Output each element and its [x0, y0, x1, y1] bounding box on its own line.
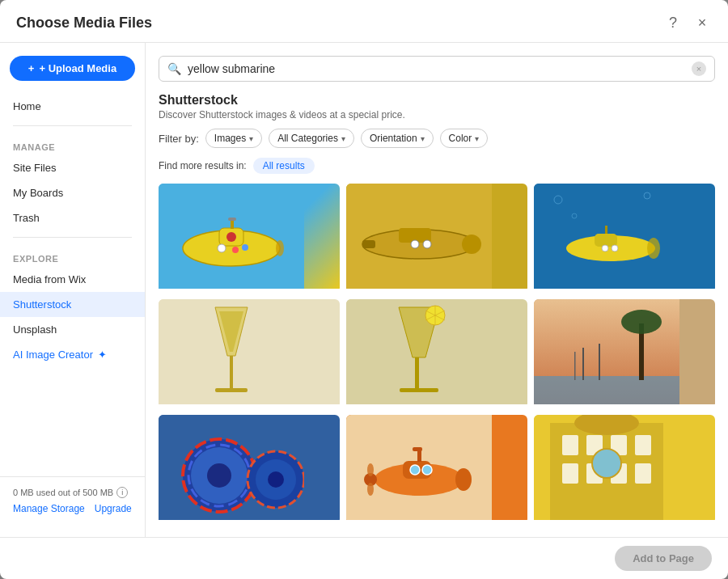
- filter-orientation[interactable]: Orientation ▾: [361, 129, 434, 148]
- my-boards-label: My Boards: [13, 187, 63, 199]
- upload-plus-icon: +: [28, 62, 35, 74]
- svg-rect-9: [228, 218, 236, 221]
- svg-point-62: [410, 465, 420, 475]
- sidebar-item-home[interactable]: Home: [0, 94, 145, 119]
- close-icon: ×: [698, 15, 707, 32]
- svg-point-45: [621, 310, 662, 334]
- svg-point-52: [207, 463, 231, 488]
- help-button[interactable]: ?: [663, 13, 683, 32]
- filter-label: Filter by:: [159, 133, 199, 145]
- filter-type[interactable]: Images ▾: [205, 129, 262, 148]
- info-icon[interactable]: i: [116, 487, 128, 498]
- svg-point-5: [218, 244, 226, 252]
- close-button[interactable]: ×: [692, 13, 712, 32]
- manage-storage-link[interactable]: Manage Storage: [13, 503, 85, 514]
- filter-color-caret: ▾: [475, 134, 479, 143]
- filter-category-label: All Categories: [277, 133, 338, 144]
- svg-rect-76: [562, 463, 578, 484]
- sidebar-item-unsplash[interactable]: Unsplash: [0, 317, 145, 342]
- svg-rect-31: [230, 356, 233, 388]
- storage-info: 0 MB used out of 500 MB i: [13, 487, 132, 498]
- footer-links: Manage Storage Upgrade: [13, 503, 132, 514]
- filter-orientation-label: Orientation: [370, 133, 417, 144]
- svg-point-68: [367, 483, 374, 496]
- source-title: Shutterstock: [159, 93, 715, 108]
- sidebar-divider-1: [13, 125, 132, 126]
- media-files-modal: Choose Media Files ? × + + Upload Media …: [0, 0, 728, 579]
- filter-bar: Filter by: Images ▾ All Categories ▾ Ori…: [159, 129, 715, 148]
- manage-section-label: MANAGE: [0, 133, 145, 155]
- spark-icon: ✦: [98, 349, 107, 361]
- image-tile-8[interactable]: [346, 415, 527, 524]
- help-icon: ?: [669, 15, 677, 32]
- image-tile-7[interactable]: [159, 415, 340, 524]
- image-tile-5[interactable]: [346, 299, 527, 408]
- sidebar-item-media-from-wix[interactable]: Media from Wix: [0, 267, 145, 292]
- home-label: Home: [13, 100, 41, 112]
- add-to-page-button[interactable]: Add to Page: [615, 546, 712, 571]
- sidebar-item-ai-image[interactable]: AI Image Creator ✦: [0, 342, 145, 367]
- image-tile-9[interactable]: [534, 415, 715, 524]
- filter-type-caret: ▾: [249, 134, 253, 143]
- filter-color[interactable]: Color ▾: [440, 129, 489, 148]
- sidebar-divider-2: [13, 237, 132, 238]
- clear-icon: ×: [696, 64, 701, 74]
- svg-point-67: [367, 463, 374, 476]
- svg-rect-79: [635, 463, 651, 484]
- svg-rect-43: [534, 376, 679, 404]
- search-clear-button[interactable]: ×: [692, 61, 706, 76]
- modal-title: Choose Media Files: [16, 15, 152, 32]
- image-tile-3[interactable]: [534, 184, 715, 293]
- sidebar-item-my-boards[interactable]: My Boards: [0, 180, 145, 205]
- sidebar-item-trash[interactable]: Trash: [0, 205, 145, 230]
- unsplash-label: Unsplash: [13, 323, 57, 336]
- svg-rect-18: [362, 240, 375, 248]
- search-bar: 🔍 ×: [159, 56, 715, 82]
- svg-rect-65: [413, 447, 422, 451]
- svg-point-63: [422, 465, 432, 475]
- svg-point-6: [232, 247, 239, 253]
- upload-media-button[interactable]: + + Upload Media: [10, 56, 135, 81]
- filter-category[interactable]: All Categories ▾: [269, 129, 354, 148]
- modal-header: Choose Media Files ? ×: [0, 0, 728, 43]
- svg-rect-47: [599, 344, 600, 380]
- svg-rect-37: [400, 388, 438, 392]
- all-results-tag[interactable]: All results: [253, 158, 315, 174]
- search-icon: 🔍: [167, 62, 181, 75]
- modal-body: + + Upload Media Home MANAGE Site Files …: [0, 43, 728, 537]
- svg-rect-36: [415, 357, 419, 388]
- image-tile-6[interactable]: [534, 299, 715, 408]
- svg-point-16: [411, 240, 419, 248]
- svg-rect-24: [595, 234, 617, 247]
- svg-point-4: [226, 232, 236, 242]
- upload-label: + Upload Media: [39, 62, 116, 74]
- svg-point-57: [268, 471, 284, 488]
- main-content: 🔍 × Shutterstock Discover Shutterstock i…: [146, 43, 728, 537]
- search-input[interactable]: [188, 62, 685, 75]
- filter-orientation-caret: ▾: [421, 134, 425, 143]
- storage-text: 0 MB used out of 500 MB: [13, 488, 113, 497]
- image-grid: [159, 184, 715, 524]
- svg-rect-48: [574, 352, 576, 380]
- svg-point-15: [462, 235, 481, 254]
- sidebar: + + Upload Media Home MANAGE Site Files …: [0, 43, 146, 537]
- modal-footer: Add to Page: [0, 537, 728, 579]
- svg-point-25: [602, 245, 608, 251]
- trash-label: Trash: [13, 212, 40, 224]
- upgrade-link[interactable]: Upgrade: [95, 503, 132, 514]
- sidebar-item-shutterstock[interactable]: Shutterstock: [0, 292, 145, 317]
- image-tile-4[interactable]: [159, 299, 340, 408]
- svg-point-81: [592, 449, 621, 478]
- site-files-label: Site Files: [13, 162, 56, 174]
- svg-rect-28: [605, 226, 607, 234]
- filter-type-label: Images: [214, 133, 246, 144]
- shutterstock-label: Shutterstock: [13, 298, 71, 311]
- source-subtitle: Discover Shutterstock images & videos at…: [159, 109, 715, 120]
- sidebar-footer: 0 MB used out of 500 MB i Manage Storage…: [0, 476, 145, 524]
- sidebar-item-site-files[interactable]: Site Files: [0, 155, 145, 180]
- svg-point-17: [423, 240, 431, 248]
- media-from-wix-label: Media from Wix: [13, 273, 86, 285]
- svg-point-7: [242, 244, 248, 251]
- image-tile-1[interactable]: [159, 184, 340, 293]
- image-tile-2[interactable]: [346, 184, 527, 293]
